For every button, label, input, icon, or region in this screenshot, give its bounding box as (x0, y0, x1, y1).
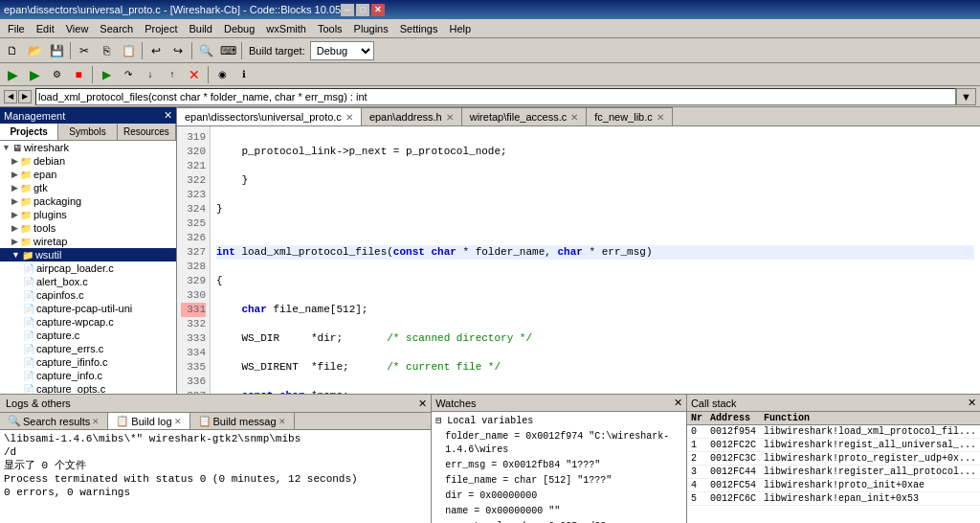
tab-symbols[interactable]: Symbols (58, 124, 117, 140)
management-title: Management (4, 110, 65, 122)
find-button[interactable]: 🔍 (195, 40, 216, 61)
logs-title: Logs & others (0, 395, 77, 412)
menu-item-plugins[interactable]: Plugins (348, 21, 394, 36)
cut-button[interactable]: ✂ (74, 40, 95, 61)
tab-universal-proto[interactable]: epan\dissectors\universal_proto.c ✕ (177, 107, 362, 125)
toolbar-separator-4 (241, 42, 242, 59)
list-item[interactable]: capture_opts.c (0, 382, 176, 394)
watch-item: err_msg = 0x0012fb84 "1???" (434, 458, 684, 473)
menu-item-help[interactable]: Help (443, 21, 477, 36)
tab-address-h[interactable]: epan\address.h ✕ (362, 107, 462, 125)
menu-item-search[interactable]: Search (94, 21, 139, 36)
list-item[interactable]: capinfos.c (0, 288, 176, 302)
debug-button[interactable]: ▶ (96, 64, 117, 85)
tree-item-root[interactable]: ▼ 🖥 wireshark (0, 141, 176, 154)
code-view[interactable]: 319320321322 323324325326 327328329330 3… (177, 126, 980, 394)
list-item[interactable]: ▶wiretap (0, 235, 176, 248)
list-item[interactable]: ▶plugins (0, 208, 176, 221)
table-row: 1 0012FC2C libwireshark!regist_all_unive… (687, 439, 980, 452)
watch-item: ⊟ Local variables (434, 414, 684, 429)
replace-button[interactable]: ⌨ (217, 40, 238, 61)
build-button[interactable]: ⚙ (46, 64, 67, 85)
cmdbar: ◀ ▶ ▼ (0, 86, 980, 107)
tab-build-log[interactable]: 📋 Build log ✕ (108, 413, 189, 429)
tab-search-results[interactable]: 🔍 Search results ✕ (0, 413, 108, 429)
step-out-button[interactable]: ↑ (162, 64, 183, 85)
menu-item-build[interactable]: Build (183, 21, 217, 36)
redo-button[interactable]: ↪ (167, 40, 189, 61)
tab-close-universal-proto[interactable]: ✕ (345, 112, 353, 123)
menu-item-tools[interactable]: Tools (312, 21, 348, 36)
breakpoint-button[interactable]: ◉ (212, 64, 233, 85)
tab-build-msg-close[interactable]: ✕ (278, 417, 286, 426)
tab-close-address-h[interactable]: ✕ (446, 112, 454, 123)
maximize-button[interactable]: □ (356, 4, 369, 16)
menu-item-debug[interactable]: Debug (218, 21, 260, 36)
management-panel: Management ✕ Projects Symbols Resources … (0, 107, 177, 394)
callstack-close-button[interactable]: ✕ (968, 397, 976, 409)
logs-panel: Logs & others ✕ 🔍 Search results ✕ 📋 Bui… (0, 395, 432, 523)
undo-button[interactable]: ↩ (145, 40, 167, 61)
cmd-forward-button[interactable]: ▶ (18, 90, 32, 103)
cmd-go-button[interactable]: ▼ (956, 88, 976, 105)
menu-item-wxsmith[interactable]: wxSmith (260, 21, 312, 36)
debug-run-button[interactable]: ▶ (24, 64, 45, 85)
callstack-panel: Call stack ✕ Nr Address Function 0 (687, 395, 980, 523)
list-item[interactable]: capture.c (0, 329, 176, 342)
log-line: \libsami-1.4.6\mibs\*" wireshark-gtk2\sn… (4, 432, 427, 445)
watches-panel: Watches ✕ ⊟ Local variables folder_name … (432, 395, 687, 523)
log-line: Process terminated with status 0 (0 minu… (4, 472, 427, 486)
tab-build-log-close[interactable]: ✕ (174, 417, 182, 426)
build-run-button[interactable]: ▶ (2, 64, 23, 85)
menu-item-edit[interactable]: Edit (31, 21, 60, 36)
menu-item-view[interactable]: View (60, 21, 95, 36)
code-content[interactable]: p_protocol_link->p_next = p_protocol_nod… (211, 126, 980, 394)
command-input[interactable] (35, 88, 956, 105)
stop-build-button[interactable]: ■ (68, 64, 89, 85)
abort-debug-button[interactable]: ✕ (184, 64, 205, 85)
copy-button[interactable]: ⎘ (96, 40, 117, 61)
watches-content: ⊟ Local variables folder_name = 0x0012f9… (432, 412, 686, 523)
build-target-dropdown[interactable]: Debug Release (310, 41, 374, 60)
list-item[interactable]: ▶tools (0, 221, 176, 235)
list-item[interactable]: ▼wsutil (0, 248, 176, 262)
tab-close-file-access[interactable]: ✕ (570, 112, 578, 123)
logs-close-button[interactable]: ✕ (414, 397, 431, 411)
tab-file-access[interactable]: wiretap\file_access.c ✕ (462, 107, 588, 125)
tab-build-messages[interactable]: 📋 Build messag ✕ (190, 413, 295, 429)
list-item[interactable]: ▶epan (0, 168, 176, 181)
list-item[interactable]: capture-wpcap.c (0, 315, 176, 329)
list-item[interactable]: capture_info.c (0, 369, 176, 382)
save-button[interactable]: 💾 (46, 40, 67, 61)
list-item[interactable]: ▶gtk (0, 181, 176, 194)
cmd-back-button[interactable]: ◀ (4, 90, 17, 103)
tab-fc-new-lib[interactable]: fc_new_lib.c ✕ (587, 107, 673, 125)
menu-item-settings[interactable]: Settings (394, 21, 444, 36)
tab-search-close[interactable]: ✕ (92, 417, 100, 426)
menu-item-project[interactable]: Project (139, 21, 183, 36)
debug-info-button[interactable]: ℹ (234, 64, 255, 85)
watches-close-button[interactable]: ✕ (674, 397, 682, 409)
tab-projects[interactable]: Projects (0, 124, 58, 140)
close-button[interactable]: ✕ (371, 4, 385, 16)
menu-item-file[interactable]: File (2, 21, 31, 36)
list-item[interactable]: alert_box.c (0, 275, 176, 288)
management-close[interactable]: ✕ (164, 109, 172, 122)
list-item[interactable]: capture_ifinfo.c (0, 355, 176, 369)
new-file-button[interactable]: 🗋 (2, 40, 23, 61)
list-item[interactable]: airpcap_loader.c (0, 262, 176, 275)
table-row: 4 0012FC54 libwireshark!proto_init+0xae (687, 479, 980, 492)
list-item[interactable]: capture-pcap-util-uni (0, 302, 176, 315)
titlebar: epan\dissectors\universal_proto.c - [Wir… (0, 0, 980, 19)
minimize-button[interactable]: ─ (341, 4, 354, 16)
open-file-button[interactable]: 📂 (24, 40, 45, 61)
step-into-button[interactable]: ↓ (140, 64, 161, 85)
list-item[interactable]: ▶debian (0, 154, 176, 168)
paste-button[interactable]: 📋 (118, 40, 139, 61)
step-over-button[interactable]: ↷ (118, 64, 139, 85)
tab-resources[interactable]: Resources (118, 124, 176, 140)
list-item[interactable]: ▶packaging (0, 194, 176, 208)
tab-close-fc-new-lib[interactable]: ✕ (657, 112, 664, 123)
list-item[interactable]: capture_errs.c (0, 342, 176, 355)
logs-tabs: 🔍 Search results ✕ 📋 Build log ✕ 📋 Build… (0, 413, 431, 430)
